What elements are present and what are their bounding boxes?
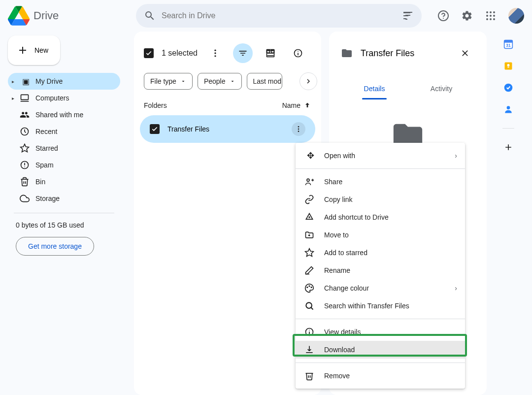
search-icon [144,10,156,22]
menu-divider [296,168,465,169]
chip-last-modified[interactable]: Last modified [247,73,282,90]
apps-button[interactable] [481,6,500,26]
svg-point-10 [490,15,492,17]
download-icon [304,345,314,355]
sidebar-item-label: My Drive [35,77,63,85]
bin-icon [20,177,30,187]
menu-open-with[interactable]: ✥ Open with › [296,147,465,165]
folders-header: Folders [144,101,167,109]
rail-tasks[interactable] [503,83,513,93]
get-storage-button[interactable]: Get more storage [16,237,94,256]
shortcut-icon [304,212,314,222]
avatar[interactable] [508,8,524,24]
row-more-button[interactable] [292,122,305,136]
details-title: Transfer Files [361,48,447,59]
view-toggle-button[interactable] [261,43,280,63]
svg-point-27 [214,55,216,57]
new-button[interactable]: New [8,35,60,65]
computers-icon [20,93,30,103]
svg-point-9 [486,15,488,17]
menu-copy-link[interactable]: Copy link [296,191,465,208]
sidebar-item-recent[interactable]: Recent [8,123,120,140]
sidebar-item-label: Spam [35,161,54,169]
svg-rect-2 [403,18,406,19]
menu-rename[interactable]: Rename [296,262,465,279]
folder-row[interactable]: Transfer Files [140,115,315,143]
search-input[interactable] [162,11,396,20]
svg-point-37 [298,51,299,52]
help-button[interactable] [433,6,453,26]
rail-keep[interactable] [503,61,513,71]
sidebar-item-label: Bin [35,178,45,186]
menu-add-shortcut[interactable]: Add shortcut to Drive [296,208,465,226]
storage-usage-text: 0 bytes of 15 GB used [12,221,116,229]
spam-icon [20,160,30,170]
sidebar-item-label: Shared with me [35,111,83,119]
select-all-checkbox[interactable] [144,48,154,58]
chevron-right-icon [304,77,313,86]
svg-point-12 [486,18,488,20]
rail-contacts[interactable] [503,104,513,114]
sidebar-item-shared[interactable]: Shared with me [8,106,120,123]
tab-activity[interactable]: Activity [408,79,475,99]
menu-move-to[interactable]: Move to [296,226,465,244]
row-checkbox[interactable] [150,124,160,134]
svg-point-25 [214,50,216,51]
sidebar-item-storage[interactable]: Storage [8,190,120,207]
app-name: Drive [33,9,59,22]
chevron-down-icon [230,78,235,84]
chip-file-type[interactable]: File type [144,73,193,90]
sidebar-item-label: Storage [35,195,60,202]
menu-change-colour[interactable]: Change colour › [296,279,465,297]
expand-caret-icon[interactable]: ▸ [12,79,14,84]
svg-point-6 [486,11,488,13]
sidebar-item-spam[interactable]: Spam [8,157,120,173]
link-icon [304,195,314,204]
rail-add-button[interactable] [503,142,513,152]
chip-people[interactable]: People [198,73,242,90]
menu-view-details[interactable]: View details [296,323,465,341]
sidebar-item-computers[interactable]: ▸ Computers [8,90,120,106]
svg-point-57 [309,286,310,287]
new-button-label: New [34,46,48,54]
svg-marker-54 [305,249,314,257]
svg-marker-19 [21,144,29,152]
sort-column[interactable]: Name [282,101,311,109]
menu-search-within[interactable]: Search within Transfer Files [296,297,465,315]
sidebar-item-bin[interactable]: Bin [8,173,120,190]
svg-point-39 [298,129,299,130]
share-icon [304,177,314,187]
svg-point-58 [311,287,312,288]
menu-download[interactable]: Download [296,341,465,359]
chip-scroll-right[interactable] [299,72,317,90]
rail-calendar[interactable]: 31 [503,39,513,49]
menu-divider [296,319,465,319]
svg-point-63 [309,329,310,330]
sidebar-item-my-drive[interactable]: ▸ ▣ My Drive [8,73,120,90]
sidebar-item-label: Recent [35,128,57,135]
menu-add-starred[interactable]: Add to starred [296,244,465,262]
svg-point-7 [490,11,492,13]
filter-button[interactable] [233,43,253,63]
info-button[interactable] [288,43,308,63]
menu-share[interactable]: Share [296,173,465,191]
chevron-down-icon [180,78,186,84]
open-with-icon: ✥ [304,151,314,161]
plus-icon [17,44,29,56]
menu-remove[interactable]: Remove [296,367,465,385]
svg-point-56 [307,287,308,288]
svg-point-48 [307,179,309,181]
sidebar-item-label: Computers [35,94,69,102]
selection-more-button[interactable] [205,43,225,63]
settings-button[interactable] [457,6,477,26]
tab-details[interactable]: Details [341,79,408,99]
svg-point-40 [298,131,299,132]
search-options-icon[interactable] [402,10,414,22]
move-icon [304,230,314,240]
svg-rect-16 [21,95,29,99]
search-bar[interactable] [136,4,422,28]
sidebar-item-starred[interactable]: Starred [8,140,120,157]
expand-caret-icon[interactable]: ▸ [12,96,14,101]
close-details-button[interactable] [455,43,475,63]
menu-divider [296,362,465,363]
